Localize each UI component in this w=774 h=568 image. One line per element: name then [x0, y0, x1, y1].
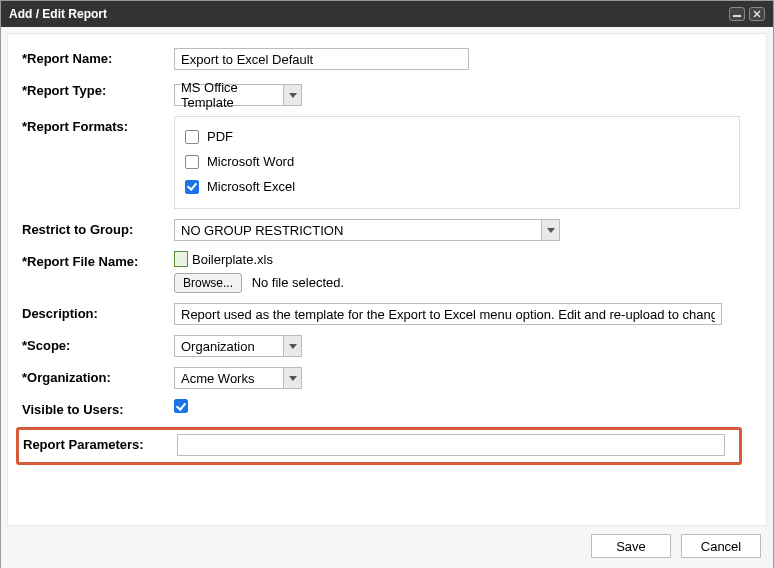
- chevron-down-icon: [283, 368, 301, 388]
- checkbox-visible-to-users[interactable]: [174, 399, 188, 413]
- titlebar-controls: [729, 7, 765, 21]
- scope-value: Organization: [175, 336, 283, 356]
- description-input[interactable]: [174, 303, 722, 325]
- checkbox-excel-label: Microsoft Excel: [207, 179, 295, 194]
- checkbox-excel[interactable]: [185, 180, 199, 194]
- svg-rect-0: [733, 15, 741, 17]
- restrict-group-value: NO GROUP RESTRICTION: [175, 220, 541, 240]
- report-parameters-highlight: Report Parameters:: [16, 427, 742, 465]
- label-scope: *Scope:: [22, 335, 174, 353]
- scope-select[interactable]: Organization: [174, 335, 302, 357]
- report-file-name-value: Boilerplate.xls: [192, 252, 273, 267]
- dialog-title: Add / Edit Report: [9, 7, 107, 21]
- close-icon[interactable]: [749, 7, 765, 21]
- chevron-down-icon: [283, 85, 301, 105]
- checkbox-pdf[interactable]: [185, 130, 199, 144]
- dialog-window: Add / Edit Report *Report Name: *Report …: [0, 0, 774, 568]
- label-restrict-group: Restrict to Group:: [22, 219, 174, 237]
- chevron-down-icon: [283, 336, 301, 356]
- dialog-body: *Report Name: *Report Type: MS Office Te…: [1, 27, 773, 568]
- form-area: *Report Name: *Report Type: MS Office Te…: [7, 33, 767, 526]
- browse-button[interactable]: Browse...: [174, 273, 242, 293]
- label-report-formats: *Report Formats:: [22, 116, 174, 134]
- checkbox-word-label: Microsoft Word: [207, 154, 294, 169]
- cancel-button[interactable]: Cancel: [681, 534, 761, 558]
- label-organization: *Organization:: [22, 367, 174, 385]
- checkbox-word[interactable]: [185, 155, 199, 169]
- report-parameters-input[interactable]: [177, 434, 725, 456]
- label-report-file-name: *Report File Name:: [22, 251, 174, 269]
- report-name-input[interactable]: [174, 48, 469, 70]
- label-report-parameters: Report Parameters:: [23, 434, 177, 452]
- excel-file-icon: [174, 251, 188, 267]
- label-report-type: *Report Type:: [22, 80, 174, 98]
- restrict-group-select[interactable]: NO GROUP RESTRICTION: [174, 219, 560, 241]
- label-report-name: *Report Name:: [22, 48, 174, 66]
- dialog-footer: Save Cancel: [7, 526, 767, 566]
- titlebar: Add / Edit Report: [1, 1, 773, 27]
- organization-select[interactable]: Acme Works: [174, 367, 302, 389]
- chevron-down-icon: [541, 220, 559, 240]
- label-visible-to-users: Visible to Users:: [22, 399, 174, 417]
- report-formats-group: PDF Microsoft Word Microsoft Excel: [174, 116, 740, 209]
- checkbox-pdf-label: PDF: [207, 129, 233, 144]
- report-type-select[interactable]: MS Office Template: [174, 84, 302, 106]
- organization-value: Acme Works: [175, 368, 283, 388]
- report-type-value: MS Office Template: [175, 85, 283, 105]
- minimize-icon[interactable]: [729, 7, 745, 21]
- save-button[interactable]: Save: [591, 534, 671, 558]
- label-description: Description:: [22, 303, 174, 321]
- file-status-text: No file selected.: [252, 275, 345, 290]
